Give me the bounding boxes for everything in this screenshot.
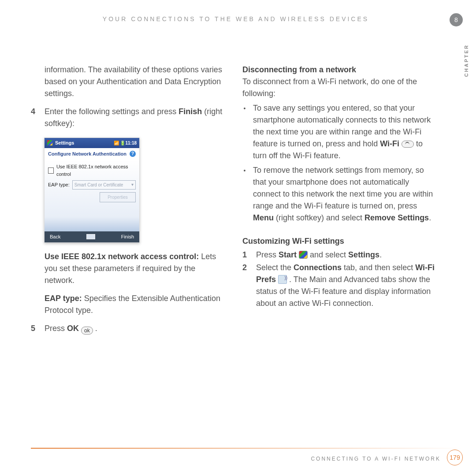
wifi-button-icon — [402, 141, 414, 148]
left-column: information. The availability of these o… — [31, 64, 225, 335]
step-number: 5 — [31, 323, 37, 335]
step-body: Select the Connections tab, and then sel… — [256, 262, 436, 309]
softkey-back: Back — [50, 233, 60, 241]
connections-label: Connections — [294, 263, 342, 272]
step-number: 1 — [242, 249, 249, 261]
footer-text: CONNECTING TO A WI-FI NETWORK — [311, 456, 441, 462]
text: Press — [45, 324, 67, 333]
start-flag-icon — [299, 251, 308, 259]
header-title: YOUR CONNECTIONS TO THE WEB AND WIRELESS… — [31, 15, 441, 22]
cust-step-2: 2 Select the Connections tab, and then s… — [242, 262, 436, 309]
windows-flag-icon — [47, 140, 52, 145]
wifi-label: Wi-Fi — [380, 139, 399, 148]
keyboard-icon — [86, 234, 95, 239]
bullet-1: • To save any settings you entered, so t… — [242, 102, 436, 162]
text: tab, and then select — [342, 263, 415, 272]
phone-titlebar: Settings 📶 🔋 11:18 — [45, 138, 139, 148]
use-ieee-paragraph: Use IEEE 802.1x network access control: … — [45, 251, 225, 286]
phone-screenshot: Settings 📶 🔋 11:18 Configure Network Aut… — [44, 138, 140, 243]
use-ieee-bold: Use IEEE 802.1x network access control: — [45, 252, 199, 261]
checkbox-icon — [48, 167, 54, 174]
text: To remove the network settings from memo… — [253, 166, 433, 210]
finish-label: Finish — [178, 107, 202, 116]
text: . — [379, 250, 382, 259]
eap-label: EAP type: — [48, 181, 70, 189]
step-body: Press Start and select Settings. — [256, 249, 436, 261]
eap-bold: EAP type: — [45, 294, 82, 303]
step-number: 2 — [242, 262, 249, 309]
wifi-prefs-icon — [278, 275, 287, 284]
text: Select the — [256, 263, 294, 272]
bullet-body: To remove the network settings from memo… — [253, 164, 436, 224]
text: (right softkey) and select — [274, 213, 364, 222]
status-icons: 📶 🔋 — [114, 140, 126, 146]
text: . — [93, 324, 97, 333]
intro-paragraph: information. The availability of these o… — [45, 64, 225, 100]
ok-button-icon: ok — [81, 327, 93, 335]
step-5: 5 Press OK ok . — [31, 323, 225, 335]
menu-label: Menu — [253, 213, 274, 222]
footer-rule — [31, 448, 463, 449]
disconnecting-intro: To disconnect from a Wi-Fi network, do o… — [242, 76, 436, 100]
chapter-number-badge: 8 — [450, 13, 463, 26]
disconnecting-heading: Disconnecting from a network — [242, 64, 436, 76]
text: . — [429, 213, 431, 222]
right-column: Disconnecting from a network To disconne… — [242, 64, 436, 335]
text: Press — [256, 250, 279, 259]
eap-paragraph: EAP type: Specifies the Extensible Authe… — [45, 293, 225, 316]
content-columns: information. The availability of these o… — [31, 64, 436, 335]
phone-subheader: Configure Network Authentication ? — [45, 148, 139, 160]
checkbox-label: Use IEEE 802.1x network access control — [56, 163, 136, 178]
page-number: 179 — [447, 450, 463, 465]
properties-row: Properties — [48, 192, 136, 202]
step-body: Enter the following settings and press F… — [45, 106, 225, 130]
eap-dropdown: Smart Card or Certificate — [72, 180, 136, 190]
bullet-body: To save any settings you entered, so tha… — [253, 102, 436, 162]
chapter-label: CHAPTER — [464, 44, 469, 77]
checkbox-row: Use IEEE 802.1x network access control — [48, 163, 136, 178]
help-icon: ? — [130, 151, 136, 157]
softkey-finish: Finish — [121, 233, 134, 241]
customizing-heading: Customizing Wi-Fi settings — [242, 235, 436, 247]
text: and select — [308, 250, 348, 259]
phone-softkey-bar: Back Finish — [45, 231, 139, 242]
bullet-2: • To remove the network settings from me… — [242, 164, 436, 224]
properties-button: Properties — [100, 192, 136, 202]
ok-label: OK — [67, 324, 79, 333]
step-4: 4 Enter the following settings and press… — [31, 106, 225, 130]
text: Enter the following settings and press — [45, 107, 178, 116]
eap-row: EAP type: Smart Card or Certificate — [48, 180, 136, 190]
phone-time: 11:18 — [125, 140, 137, 146]
bullet-dot-icon: • — [242, 164, 247, 224]
phone-body: Use IEEE 802.1x network access control E… — [45, 160, 139, 231]
start-label: Start — [279, 250, 297, 259]
bullet-dot-icon: • — [242, 102, 247, 162]
page: YOUR CONNECTIONS TO THE WEB AND WIRELESS… — [0, 0, 476, 476]
phone-subhead-text: Configure Network Authentication — [48, 150, 126, 158]
phone-title: Settings — [55, 139, 74, 147]
cust-step-1: 1 Press Start and select Settings. — [242, 249, 436, 261]
settings-label: Settings — [348, 250, 379, 259]
step-number: 4 — [31, 106, 37, 130]
step-body: Press OK ok . — [45, 323, 225, 335]
remove-settings-label: Remove Settings — [364, 213, 429, 222]
